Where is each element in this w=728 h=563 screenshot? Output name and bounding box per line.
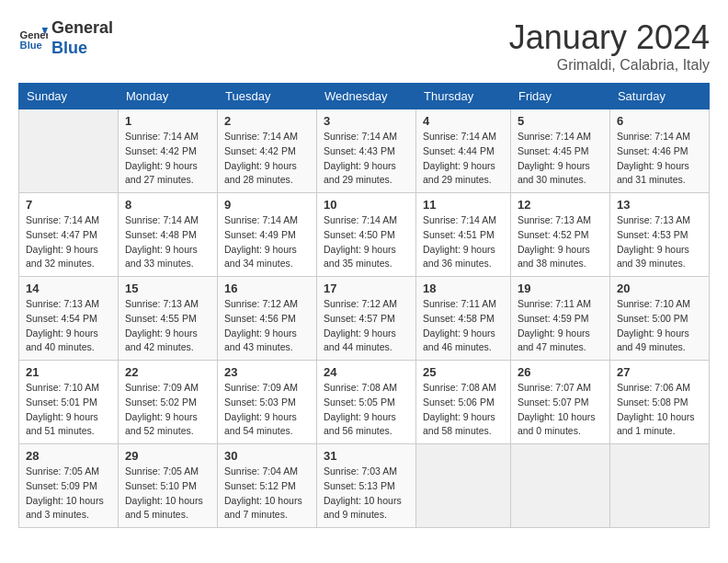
day-number: 17 (324, 282, 409, 295)
day-number: 21 (26, 365, 111, 379)
calendar-cell: 2Sunrise: 7:14 AM Sunset: 4:42 PM Daylig… (218, 109, 317, 193)
day-number: 12 (518, 198, 603, 212)
day-info: Sunrise: 7:08 AM Sunset: 5:05 PM Dayligh… (324, 381, 409, 439)
calendar-week-row: 1Sunrise: 7:14 AM Sunset: 4:42 PM Daylig… (19, 109, 710, 193)
logo-icon: General Blue (18, 24, 48, 53)
day-info: Sunrise: 7:14 AM Sunset: 4:43 PM Dayligh… (324, 130, 409, 188)
day-info: Sunrise: 7:11 AM Sunset: 4:58 PM Dayligh… (423, 297, 504, 355)
day-number: 6 (617, 114, 702, 128)
day-number: 22 (125, 365, 210, 379)
month-title: January 2024 (509, 18, 710, 57)
day-number: 9 (224, 198, 310, 212)
day-number: 14 (26, 282, 111, 295)
day-number: 23 (224, 365, 310, 379)
location-subtitle: Grimaldi, Calabria, Italy (509, 57, 710, 74)
day-info: Sunrise: 7:13 AM Sunset: 4:52 PM Dayligh… (518, 213, 603, 271)
day-number: 31 (324, 449, 409, 463)
day-number: 10 (324, 198, 409, 212)
day-info: Sunrise: 7:09 AM Sunset: 5:03 PM Dayligh… (224, 381, 310, 439)
calendar-cell: 12Sunrise: 7:13 AM Sunset: 4:52 PM Dayli… (510, 193, 609, 277)
day-info: Sunrise: 7:13 AM Sunset: 4:53 PM Dayligh… (617, 213, 702, 271)
day-info: Sunrise: 7:05 AM Sunset: 5:10 PM Dayligh… (125, 465, 210, 523)
day-info: Sunrise: 7:13 AM Sunset: 4:55 PM Dayligh… (125, 297, 210, 355)
day-info: Sunrise: 7:13 AM Sunset: 4:54 PM Dayligh… (26, 297, 111, 355)
calendar-cell: 25Sunrise: 7:08 AM Sunset: 5:06 PM Dayli… (416, 361, 511, 444)
calendar-cell: 14Sunrise: 7:13 AM Sunset: 4:54 PM Dayli… (19, 277, 119, 361)
day-number: 29 (125, 449, 210, 463)
title-block: January 2024 Grimaldi, Calabria, Italy (509, 18, 710, 74)
logo-text: General Blue (51, 18, 113, 58)
day-info: Sunrise: 7:14 AM Sunset: 4:51 PM Dayligh… (423, 213, 504, 271)
calendar-cell: 6Sunrise: 7:14 AM Sunset: 4:46 PM Daylig… (609, 109, 709, 193)
day-number: 15 (125, 282, 210, 295)
day-number: 4 (423, 114, 504, 128)
weekday-header-saturday: Saturday (609, 84, 709, 109)
calendar-cell: 20Sunrise: 7:10 AM Sunset: 5:00 PM Dayli… (609, 277, 709, 361)
calendar-cell (609, 444, 709, 528)
weekday-header-friday: Friday (510, 84, 609, 109)
calendar-cell: 10Sunrise: 7:14 AM Sunset: 4:50 PM Dayli… (317, 193, 416, 277)
day-number: 13 (617, 198, 702, 212)
calendar-week-row: 21Sunrise: 7:10 AM Sunset: 5:01 PM Dayli… (19, 361, 710, 444)
calendar-cell: 9Sunrise: 7:14 AM Sunset: 4:49 PM Daylig… (218, 193, 317, 277)
calendar-cell: 29Sunrise: 7:05 AM Sunset: 5:10 PM Dayli… (119, 444, 218, 528)
day-info: Sunrise: 7:14 AM Sunset: 4:49 PM Dayligh… (224, 213, 310, 271)
svg-text:Blue: Blue (20, 40, 42, 51)
weekday-header-sunday: Sunday (19, 84, 119, 109)
day-info: Sunrise: 7:14 AM Sunset: 4:42 PM Dayligh… (224, 130, 310, 188)
calendar-cell: 17Sunrise: 7:12 AM Sunset: 4:57 PM Dayli… (317, 277, 416, 361)
day-number: 26 (518, 365, 603, 379)
day-number: 28 (26, 449, 111, 463)
calendar-cell: 16Sunrise: 7:12 AM Sunset: 4:56 PM Dayli… (218, 277, 317, 361)
calendar-cell: 23Sunrise: 7:09 AM Sunset: 5:03 PM Dayli… (218, 361, 317, 444)
day-info: Sunrise: 7:10 AM Sunset: 5:01 PM Dayligh… (26, 381, 111, 439)
day-number: 3 (324, 114, 409, 128)
day-number: 8 (125, 198, 210, 212)
calendar-cell: 27Sunrise: 7:06 AM Sunset: 5:08 PM Dayli… (609, 361, 709, 444)
logo: General Blue General Blue (18, 18, 113, 58)
day-info: Sunrise: 7:06 AM Sunset: 5:08 PM Dayligh… (617, 381, 702, 439)
day-number: 16 (224, 282, 310, 295)
weekday-header-monday: Monday (119, 84, 218, 109)
calendar-cell (416, 444, 511, 528)
day-number: 30 (224, 449, 310, 463)
calendar-cell: 3Sunrise: 7:14 AM Sunset: 4:43 PM Daylig… (317, 109, 416, 193)
day-number: 25 (423, 365, 504, 379)
calendar-cell: 5Sunrise: 7:14 AM Sunset: 4:45 PM Daylig… (510, 109, 609, 193)
calendar-cell: 15Sunrise: 7:13 AM Sunset: 4:55 PM Dayli… (119, 277, 218, 361)
page-header: General Blue General Blue January 2024 G… (18, 18, 710, 74)
day-number: 19 (518, 282, 603, 295)
calendar-week-row: 7Sunrise: 7:14 AM Sunset: 4:47 PM Daylig… (19, 193, 710, 277)
calendar-cell: 7Sunrise: 7:14 AM Sunset: 4:47 PM Daylig… (19, 193, 119, 277)
day-info: Sunrise: 7:04 AM Sunset: 5:12 PM Dayligh… (224, 465, 310, 523)
calendar-cell (510, 444, 609, 528)
calendar-cell: 26Sunrise: 7:07 AM Sunset: 5:07 PM Dayli… (510, 361, 609, 444)
day-info: Sunrise: 7:14 AM Sunset: 4:46 PM Dayligh… (617, 130, 702, 188)
day-info: Sunrise: 7:14 AM Sunset: 4:48 PM Dayligh… (125, 213, 210, 271)
day-info: Sunrise: 7:14 AM Sunset: 4:50 PM Dayligh… (324, 213, 409, 271)
day-number: 2 (224, 114, 310, 128)
day-number: 5 (518, 114, 603, 128)
calendar-week-row: 28Sunrise: 7:05 AM Sunset: 5:09 PM Dayli… (19, 444, 710, 528)
day-info: Sunrise: 7:11 AM Sunset: 4:59 PM Dayligh… (518, 297, 603, 355)
day-info: Sunrise: 7:10 AM Sunset: 5:00 PM Dayligh… (617, 297, 702, 355)
day-number: 20 (617, 282, 702, 295)
calendar-cell: 22Sunrise: 7:09 AM Sunset: 5:02 PM Dayli… (119, 361, 218, 444)
day-info: Sunrise: 7:09 AM Sunset: 5:02 PM Dayligh… (125, 381, 210, 439)
calendar-cell: 30Sunrise: 7:04 AM Sunset: 5:12 PM Dayli… (218, 444, 317, 528)
day-info: Sunrise: 7:12 AM Sunset: 4:56 PM Dayligh… (224, 297, 310, 355)
weekday-header-tuesday: Tuesday (218, 84, 317, 109)
day-info: Sunrise: 7:12 AM Sunset: 4:57 PM Dayligh… (324, 297, 409, 355)
day-number: 27 (617, 365, 702, 379)
weekday-header-row: SundayMondayTuesdayWednesdayThursdayFrid… (19, 84, 710, 109)
weekday-header-wednesday: Wednesday (317, 84, 416, 109)
calendar-cell: 28Sunrise: 7:05 AM Sunset: 5:09 PM Dayli… (19, 444, 119, 528)
day-info: Sunrise: 7:14 AM Sunset: 4:47 PM Dayligh… (26, 213, 111, 271)
calendar-table: SundayMondayTuesdayWednesdayThursdayFrid… (18, 83, 710, 528)
calendar-cell: 4Sunrise: 7:14 AM Sunset: 4:44 PM Daylig… (416, 109, 511, 193)
day-info: Sunrise: 7:14 AM Sunset: 4:44 PM Dayligh… (423, 130, 504, 188)
day-info: Sunrise: 7:05 AM Sunset: 5:09 PM Dayligh… (26, 465, 111, 523)
calendar-cell: 11Sunrise: 7:14 AM Sunset: 4:51 PM Dayli… (416, 193, 511, 277)
calendar-cell: 24Sunrise: 7:08 AM Sunset: 5:05 PM Dayli… (317, 361, 416, 444)
calendar-cell: 31Sunrise: 7:03 AM Sunset: 5:13 PM Dayli… (317, 444, 416, 528)
